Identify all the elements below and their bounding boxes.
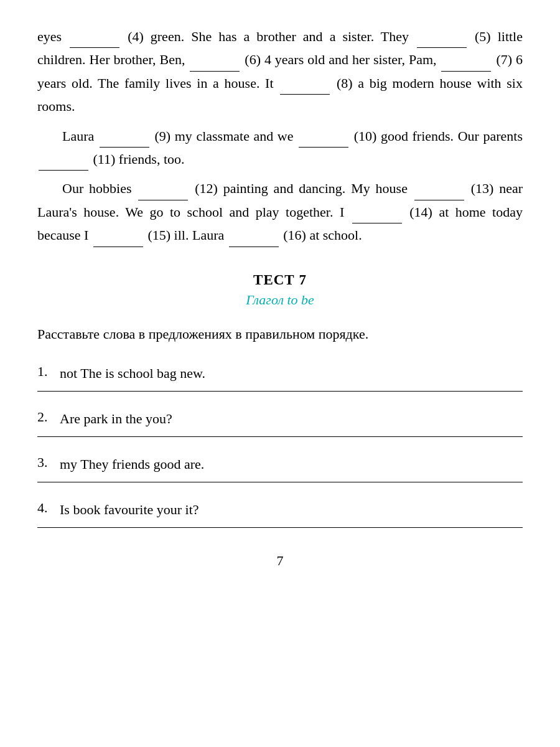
- blank-11: [39, 170, 88, 171]
- exercise-list: 1. not The is school bag new. 2. Are par…: [37, 362, 523, 529]
- answer-line-1: [37, 390, 523, 392]
- blank-6: [190, 71, 240, 72]
- answer-line-3: [37, 481, 523, 482]
- answer-line-4: [37, 527, 523, 528]
- passage-block: eyes (4) green. She has a brother and a …: [37, 25, 523, 247]
- blank-8: [280, 94, 330, 95]
- exercise-number-1: 1.: [37, 362, 55, 380]
- exercise-item-3: 3. my They friends good are.: [37, 453, 523, 482]
- passage-line-2: Laura (9) my classmate and we (10) good …: [37, 125, 523, 171]
- test-title: ТЕСТ 7: [37, 272, 523, 288]
- blank-9: [100, 147, 149, 148]
- exercise-row-2: 2. Are park in the you?: [37, 408, 523, 430]
- blank-10: [299, 147, 348, 148]
- test-subtitle: Глагол to be: [37, 292, 523, 308]
- test-section: ТЕСТ 7 Глагол to be Расставьте слова в п…: [37, 272, 523, 529]
- exercise-item-2: 2. Are park in the you?: [37, 408, 523, 437]
- exercise-item-4: 4. Is book favourite your it?: [37, 499, 523, 528]
- exercise-text-4: Is book favourite your it?: [60, 499, 523, 520]
- exercise-item-1: 1. not The is school bag new.: [37, 362, 523, 392]
- exercise-row-1: 1. not The is school bag new.: [37, 362, 523, 384]
- blank-4: [70, 47, 119, 48]
- exercise-number-4: 4.: [37, 499, 55, 516]
- exercise-text-3: my They friends good are.: [60, 453, 523, 475]
- exercise-row-4: 4. Is book favourite your it?: [37, 499, 523, 520]
- exercise-row-3: 3. my They friends good are.: [37, 453, 523, 475]
- blank-7: [441, 71, 491, 72]
- passage-line-1: eyes (4) green. She has a brother and a …: [37, 25, 523, 118]
- exercise-number-3: 3.: [37, 453, 55, 471]
- blank-14: [352, 223, 402, 223]
- blank-12: [138, 200, 188, 200]
- answer-line-2: [37, 436, 523, 437]
- page-number: 7: [37, 553, 523, 569]
- test-instruction: Расставьте слова в предложениях в правил…: [37, 323, 523, 345]
- exercise-number-2: 2.: [37, 408, 55, 425]
- blank-5: [417, 47, 467, 48]
- blank-15: [93, 247, 143, 247]
- passage-line-3: Our hobbies (12) painting and dancing. M…: [37, 177, 523, 247]
- exercise-text-2: Are park in the you?: [60, 408, 523, 430]
- blank-16: [229, 247, 279, 247]
- blank-13: [414, 200, 464, 200]
- exercise-text-1: not The is school bag new.: [60, 362, 523, 384]
